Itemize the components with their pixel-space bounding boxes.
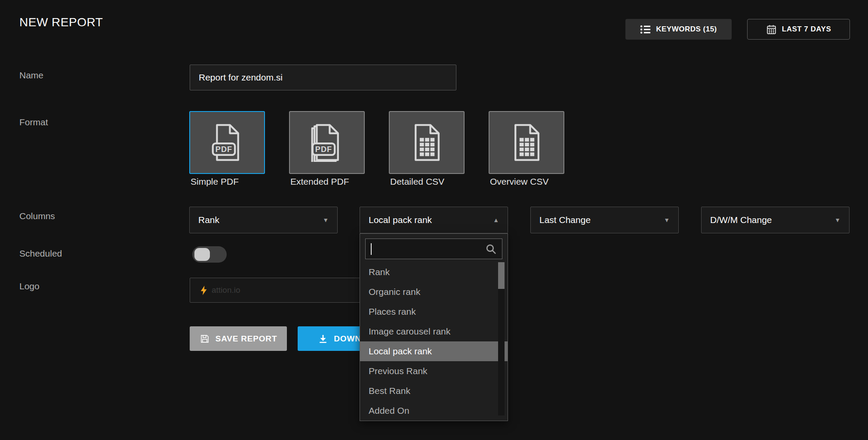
calendar-icon [766,24,777,35]
keywords-button[interactable]: KEYWORDS (15) [625,19,732,40]
column-select-2[interactable]: Local pack rank ▲ [360,207,508,233]
column-select-3[interactable]: Last Change ▼ [530,207,679,233]
column-select-1[interactable]: Rank ▼ [189,207,338,233]
save-floppy-icon [200,334,210,344]
csv-table-icon [510,123,543,162]
dropdown-option-highlighted[interactable]: Local pack rank [360,341,508,361]
text-cursor [371,243,372,255]
svg-text:PDF: PDF [215,145,233,154]
format-label: Format [19,117,48,127]
format-option-label: Extended PDF [290,177,349,187]
column-select-2-dropdown: Rank Organic rank Places rank Image caro… [360,233,508,421]
download-icon [318,334,328,344]
save-report-button-label: SAVE REPORT [215,334,277,344]
pdf-stack-icon: PDF [310,123,344,162]
dropdown-option[interactable]: Best Rank [360,381,508,401]
scheduled-toggle[interactable] [192,246,227,263]
keywords-button-label: KEYWORDS (15) [656,25,717,34]
magnifier-icon [485,243,497,255]
column-select-1-value: Rank [198,215,219,225]
page-title: NEW REPORT [19,15,103,29]
format-option-simple-pdf[interactable]: PDF [189,111,265,174]
name-label: Name [19,70,43,81]
logo-input[interactable]: attion.io [190,278,384,303]
logo-watermark-text: attion.io [212,285,240,295]
columns-label: Columns [19,211,55,221]
dropdown-option[interactable]: Added On [360,401,508,419]
dropdown-search-input[interactable] [372,244,485,254]
dropdown-search-field[interactable] [365,239,502,259]
format-option-label: Simple PDF [191,177,239,187]
report-name-input[interactable] [190,65,456,90]
column-select-2-value: Local pack rank [369,215,432,225]
new-report-screen: NEW REPORT KEYWORDS (15) LAST 7 DAYS Nam… [0,0,868,440]
lightning-bolt-icon [200,285,208,295]
dropdown-option[interactable]: Rank [360,262,508,282]
dropdown-scrollbar-thumb[interactable] [498,262,505,289]
csv-table-icon [410,123,443,162]
format-option-detailed-csv[interactable] [389,111,465,174]
dropdown-option-list: Rank Organic rank Places rank Image caro… [360,262,508,419]
svg-text:PDF: PDF [315,145,332,154]
column-select-4-value: D/W/M Change [710,215,772,225]
chevron-down-icon: ▼ [323,217,329,223]
dropdown-option[interactable]: Places rank [360,302,508,322]
column-select-3-value: Last Change [539,215,591,225]
dropdown-option[interactable]: Previous Rank [360,361,508,381]
chevron-down-icon: ▼ [834,217,840,223]
format-option-overview-csv[interactable] [489,111,564,174]
format-option-label: Detailed CSV [390,177,444,187]
list-icon [640,25,651,34]
dropdown-option[interactable]: Image carousel rank [360,322,508,341]
format-option-label: Overview CSV [490,177,549,187]
date-range-button[interactable]: LAST 7 DAYS [747,19,850,40]
save-report-button[interactable]: SAVE REPORT [190,326,287,351]
date-range-button-label: LAST 7 DAYS [782,25,831,34]
logo-label: Logo [19,281,40,291]
column-select-4[interactable]: D/W/M Change ▼ [701,207,850,233]
format-option-extended-pdf[interactable]: PDF [289,111,365,174]
pdf-single-icon: PDF [210,123,244,162]
dropdown-scrollbar-track[interactable] [498,262,505,415]
toggle-knob [194,248,210,261]
scheduled-label: Scheduled [19,248,62,259]
dropdown-option[interactable]: Organic rank [360,282,508,302]
chevron-down-icon: ▼ [664,217,670,223]
chevron-up-icon: ▲ [493,217,499,223]
